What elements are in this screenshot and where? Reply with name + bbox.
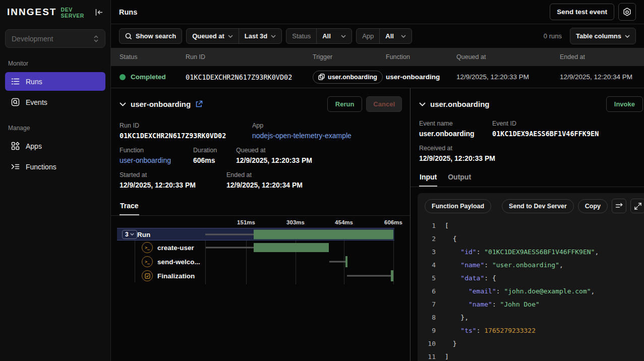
topbar: Runs Send test event	[111, 0, 644, 24]
event-panel-tabs: Input Output	[411, 169, 644, 187]
run-panel-title: user-onboarding	[131, 100, 191, 108]
sidebar-item-functions[interactable]: Functions	[5, 157, 105, 176]
collapse-sidebar-icon[interactable]	[95, 9, 103, 16]
time-field-select[interactable]: Queued at	[187, 29, 239, 43]
tab-output[interactable]: Output	[447, 169, 472, 187]
gear-icon	[623, 8, 631, 17]
run-details-panel: user-onboarding Rerun Cancel Run ID 01KC…	[111, 88, 410, 361]
code-token-punc: ,	[559, 259, 563, 272]
trace-duration-bar	[254, 243, 329, 252]
chevron-down-icon	[130, 233, 134, 235]
line-number: 10	[418, 337, 436, 350]
field-received-at: Received at 12/9/2025, 12:20:33 PM	[419, 145, 495, 162]
span-count: 3	[125, 231, 129, 238]
apps-icon	[11, 142, 20, 151]
code-token-punc: :	[484, 259, 492, 272]
line-number: 6	[418, 285, 436, 298]
sidebar-item-label: Events	[26, 98, 47, 106]
line-number: 5	[418, 272, 436, 285]
trace-row-finalization[interactable]: Finalization	[111, 269, 410, 282]
sidebar-item-events[interactable]: Events	[5, 93, 105, 111]
code-line: 9 "ts": 1765279233322	[418, 324, 644, 337]
status-text: Completed	[131, 73, 166, 81]
status-filter-label: Status	[292, 32, 311, 40]
ended-at-cell: 12/9/2025, 12:20:34 PM	[560, 73, 644, 81]
trace-row-run[interactable]: 3Run	[111, 228, 410, 240]
environment-select-value: Development	[12, 35, 53, 43]
runs-count: 0 runs	[544, 32, 562, 40]
field-function: Function user-onboarding	[120, 147, 193, 164]
word-wrap-button[interactable]	[612, 199, 626, 213]
code-token-key: "name"	[445, 259, 484, 272]
sidebar-item-runs[interactable]: Runs	[5, 72, 105, 91]
line-number: 2	[418, 232, 436, 246]
rerun-button[interactable]: Rerun	[327, 96, 363, 112]
line-number: 7	[418, 298, 436, 311]
code-token-punc: :	[492, 298, 500, 311]
trigger-cell: user.onboarding	[313, 71, 386, 84]
app-filter[interactable]: App All	[356, 28, 412, 44]
collapse-chevron-icon[interactable]	[120, 102, 126, 106]
queued-at-cell: 12/9/2025, 12:20:33 PM	[456, 73, 560, 81]
tab-input[interactable]: Input	[419, 169, 437, 187]
show-search-label: Show search	[136, 32, 176, 40]
runs-icon	[11, 77, 20, 86]
trigger-pill[interactable]: user.onboarding	[313, 71, 383, 84]
details-split: user-onboarding Rerun Cancel Run ID 01KC…	[111, 88, 644, 361]
trace-delay-line	[206, 247, 254, 249]
expand-button[interactable]	[630, 199, 644, 213]
invoke-button[interactable]: Invoke	[606, 96, 643, 112]
tab-trace[interactable]: Trace	[120, 198, 139, 215]
column-header: Run ID	[186, 53, 313, 61]
trace-span-name[interactable]: create-user	[157, 244, 194, 252]
table-columns-button[interactable]: Table columns	[570, 28, 636, 44]
collapse-chevron-icon[interactable]	[419, 102, 426, 106]
code-token-punc: ]	[445, 350, 449, 361]
code-token-punc: [	[445, 219, 449, 232]
trace-span-name[interactable]: send-welco...	[157, 258, 200, 266]
trace-row-create-user[interactable]: >_create-user	[111, 241, 410, 254]
field-value: 606ms	[193, 156, 236, 164]
trace-span-name[interactable]: Finalization	[157, 272, 195, 280]
line-number: 9	[418, 324, 436, 337]
time-range-select[interactable]: Last 3d	[239, 29, 282, 43]
payload-json-code[interactable]: 1[2 {3 "id": "01KC1DEX9AESS6BF1V46FFK9EN…	[418, 218, 644, 361]
main-area: Runs Send test event Show search Queued …	[111, 0, 644, 361]
environment-select[interactable]: Development	[5, 29, 105, 48]
function-link[interactable]: user-onboarding	[120, 156, 193, 164]
send-test-event-button[interactable]: Send test event	[550, 4, 614, 20]
field-ended-at: Ended at 12/9/2025, 12:20:34 PM	[226, 171, 303, 189]
status-filter[interactable]: Status All	[286, 28, 352, 44]
column-header: Function	[386, 53, 456, 61]
external-link-icon[interactable]	[195, 100, 203, 108]
payload-toolbar: Function Payload Send to Dev Server Copy	[418, 193, 644, 218]
cancel-button[interactable]: Cancel	[366, 96, 402, 112]
field-label: Queued at	[236, 147, 312, 154]
trace-collapse-badge[interactable]: 3	[122, 230, 137, 239]
function-payload-badge[interactable]: Function Payload	[425, 199, 491, 213]
code-line: 5 "data": {	[418, 272, 644, 285]
show-search-button[interactable]: Show search	[119, 28, 182, 44]
line-number: 3	[418, 246, 436, 259]
app-link[interactable]: nodejs-open-telemetry-example	[252, 132, 352, 140]
sidebar-item-label: Apps	[26, 142, 42, 150]
copy-button[interactable]: Copy	[578, 199, 608, 213]
app-filter-value: All	[385, 32, 394, 40]
code-line: 1[	[418, 219, 644, 232]
terminal-icon: >_	[142, 242, 153, 253]
line-number: 11	[418, 350, 436, 361]
settings-button[interactable]	[618, 3, 636, 21]
trace-span-name[interactable]: Run	[137, 230, 150, 238]
sidebar-item-apps[interactable]: Apps	[5, 137, 105, 155]
field-label: Started at	[120, 171, 226, 178]
send-to-dev-server-button[interactable]: Send to Dev Server	[502, 199, 574, 213]
line-number: 1	[418, 219, 436, 232]
page-title: Runs	[119, 8, 137, 16]
run-table-row[interactable]: Completed 01KC1DEXCHR2N617Z93RK0VD02 use…	[111, 66, 644, 88]
trace-row-send-welco---[interactable]: >_send-welco...	[111, 255, 410, 268]
field-label: Duration	[193, 147, 236, 154]
code-token-num: 1765279233322	[484, 324, 536, 337]
events-icon	[11, 98, 20, 107]
code-token-str: "john.doe@example.com"	[504, 285, 591, 298]
field-value: 12/9/2025, 12:20:33 PM	[120, 181, 226, 189]
